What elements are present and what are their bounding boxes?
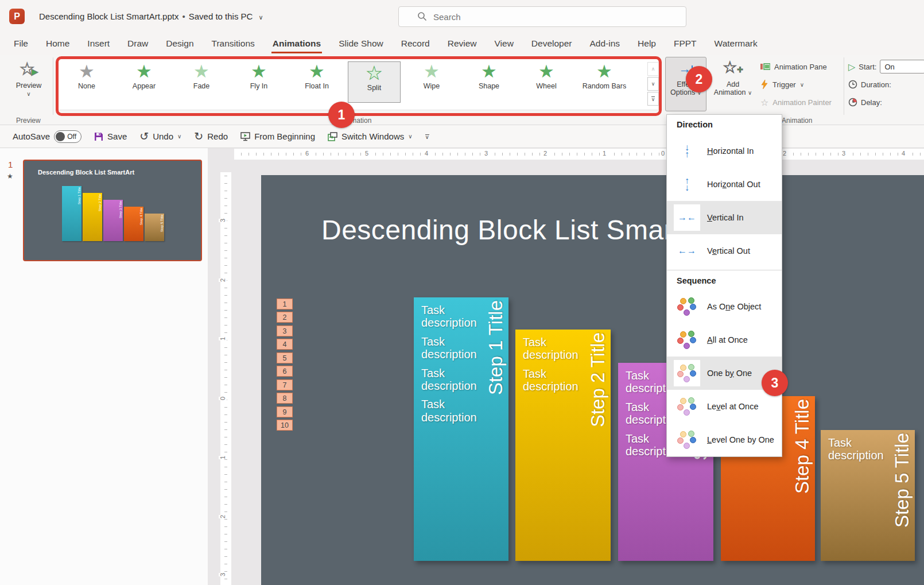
menu-item-vertical-out[interactable]: ←→ Vertical Out <box>667 234 782 268</box>
gallery-scroll-up-button[interactable]: ∧ <box>647 62 659 76</box>
animation-fade[interactable]: ★Fade <box>175 61 228 103</box>
search-box[interactable] <box>398 6 686 27</box>
undo-button[interactable]: ↺ Undo ∨ <box>139 130 181 143</box>
switch-windows-icon <box>328 132 337 141</box>
tab-insert[interactable]: Insert <box>87 38 110 49</box>
animation-float-in[interactable]: ★Float In <box>290 61 343 103</box>
direction-header: Direction <box>677 120 713 129</box>
save-button[interactable]: Save <box>94 131 127 141</box>
animation-sequence-badge: 6 <box>277 366 293 377</box>
tab-record[interactable]: Record <box>401 38 430 49</box>
slide-thumbnail[interactable]: Descending Block List SmartArt Step 1 Ti… <box>23 160 202 261</box>
horizontal-out-icon: ↑↓ <box>674 171 700 197</box>
menu-item-horizontal-out[interactable]: ↑↓ Horizontal Out <box>667 168 782 201</box>
animation-label: Wipe <box>424 82 440 90</box>
menu-item-label: Vertical Out <box>707 246 750 255</box>
preview-button[interactable]: ☆▶ Preview ∨ <box>10 59 47 112</box>
tab-design[interactable]: Design <box>166 38 193 49</box>
thumb-block-title: Step 5 Title <box>160 215 164 232</box>
tab-developer[interactable]: Developer <box>531 38 572 49</box>
add-animation-label: Add <box>727 80 739 88</box>
qat-overflow-button[interactable]: ∨ <box>425 134 429 139</box>
animation-label: None <box>78 82 95 90</box>
animation-split[interactable]: ★Split <box>348 61 401 103</box>
animation-sequence-badge: 8 <box>277 393 293 404</box>
chevron-down-icon: ∨ <box>800 82 804 88</box>
tab-file[interactable]: File <box>14 38 28 49</box>
tab-slide-show[interactable]: Slide Show <box>339 38 383 49</box>
menu-item-all-at-once[interactable]: All at Once <box>667 323 782 357</box>
tab-help[interactable]: Help <box>638 38 656 49</box>
tab-watermark[interactable]: Watermark <box>715 38 758 49</box>
trigger-label: Trigger <box>772 80 796 89</box>
slide-canvas[interactable]: Descending Block List SmartArt 1 2 3 4 5… <box>261 175 924 585</box>
title-bar: P Descending Block List SmartArt.pptx•Sa… <box>0 0 924 33</box>
gallery-more-button[interactable]: ∨ <box>647 92 659 106</box>
tab-animations[interactable]: Animations <box>273 38 321 49</box>
delay-label: Delay: <box>861 98 882 107</box>
menu-item-vertical-in[interactable]: →← Vertical In <box>667 201 782 234</box>
animation-sequence-badge: 1 <box>277 299 293 309</box>
saved-status[interactable]: Saved to this PC <box>189 11 253 21</box>
menu-item-label: As One Object <box>707 302 761 311</box>
tab-draw[interactable]: Draw <box>127 38 148 49</box>
tab-review[interactable]: Review <box>448 38 477 49</box>
chevron-down-icon: ∨ <box>26 91 30 97</box>
more-commands-icon: ∨ <box>425 134 429 139</box>
thumb-block-5: Step 5 Title <box>145 214 164 241</box>
task-description: Task description <box>421 335 486 361</box>
add-animation-button[interactable]: ☆+ Add Animation ∨ <box>712 57 754 111</box>
animation-wheel[interactable]: ★Wheel <box>520 61 573 103</box>
animation-appear[interactable]: ★Appear <box>118 61 170 103</box>
random-bars-star-icon: ★ <box>578 61 631 82</box>
block-title: Step 1 Title <box>485 300 507 395</box>
animation-indicator-star-icon: ★ <box>7 172 13 180</box>
level-one-by-one-icon <box>674 427 700 453</box>
start-select[interactable]: On <box>880 60 924 73</box>
vertical-out-icon: ←→ <box>674 238 700 264</box>
menu-item-level-one-by-one[interactable]: Level One by One <box>667 423 782 456</box>
menu-item-as-one-object[interactable]: As One Object <box>667 290 782 323</box>
task-list: Task description Task description Task d… <box>421 304 486 429</box>
preview-group-label: Preview <box>16 117 41 125</box>
animation-pane-button[interactable]: Animation Pane <box>760 60 827 73</box>
tab-add-ins[interactable]: Add-ins <box>590 38 620 49</box>
from-beginning-button[interactable]: From Beginning <box>240 131 315 141</box>
slide-title[interactable]: Descending Block List SmartArt <box>321 214 717 246</box>
redo-button[interactable]: ↻ Redo <box>194 130 228 143</box>
start-row: ▷ Start: On <box>848 60 924 73</box>
duration-label: Duration: <box>861 80 891 89</box>
ruler-number: 1 <box>219 337 227 340</box>
horizontal-ruler[interactable]: 6 5 4 3 2 1 0 2 3 4 <box>234 149 924 160</box>
tab-fppt[interactable]: FPPT <box>674 38 697 49</box>
animation-shape[interactable]: ★Shape <box>463 61 515 103</box>
animation-none[interactable]: ★None <box>60 61 113 103</box>
chevron-down-icon[interactable]: ∨ <box>259 14 263 21</box>
wipe-star-icon: ★ <box>405 61 458 82</box>
tab-transitions[interactable]: Transitions <box>212 38 255 49</box>
animation-wipe[interactable]: ★Wipe <box>405 61 458 103</box>
tab-home[interactable]: Home <box>46 38 69 49</box>
menu-item-horizontal-in[interactable]: ↓↑ Horizontal In <box>667 134 782 168</box>
chevron-down-icon[interactable]: ∨ <box>177 133 181 140</box>
document-name: Descending Block List SmartArt.pptx <box>39 11 178 21</box>
vertical-ruler[interactable]: 3 2 1 0 1 2 3 <box>220 172 231 585</box>
trigger-button[interactable]: Trigger ∨ <box>760 78 804 91</box>
powerpoint-logo-icon[interactable]: P <box>9 9 25 24</box>
animation-fly-in[interactable]: ★Fly In <box>232 61 285 103</box>
smartart-block-step-5[interactable]: Task description Step 5 Title <box>821 430 915 561</box>
smartart-block-step-2[interactable]: Task description Task description Step 2… <box>515 330 611 561</box>
tab-view[interactable]: View <box>495 38 514 49</box>
animation-random-bars[interactable]: ★Random Bars <box>578 61 631 103</box>
fade-star-icon: ★ <box>175 61 228 82</box>
search-input[interactable] <box>432 10 675 24</box>
save-label: Save <box>107 131 127 141</box>
smartart-block-step-1[interactable]: Task description Task description Task d… <box>414 297 508 561</box>
animation-sequence-badge: 4 <box>277 339 293 350</box>
menu-item-level-at-once[interactable]: Level at Once <box>667 390 782 423</box>
gallery-scroll-down-button[interactable]: ∨ <box>647 77 659 91</box>
appear-star-icon: ★ <box>118 61 170 82</box>
redo-label: Redo <box>207 131 228 141</box>
switch-windows-button[interactable]: Switch Windows ∨ <box>328 131 413 141</box>
autosave-toggle[interactable]: Off <box>54 130 81 143</box>
